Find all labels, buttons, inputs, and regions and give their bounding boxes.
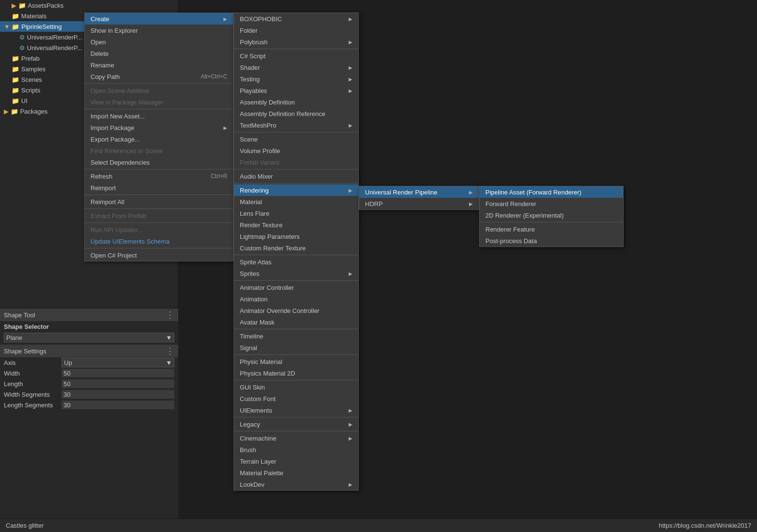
tree-item-label: PiprinleSetting — [21, 23, 62, 30]
menu-item-label: TextMeshPro — [240, 122, 276, 129]
create-menu-csharp-script[interactable]: C# Script — [234, 50, 358, 62]
create-menu-physic-material[interactable]: Physic Material — [234, 356, 358, 367]
length-segments-field: Length Segments 30 — [0, 400, 178, 410]
create-menu-rendering[interactable]: Rendering ▶ — [234, 184, 358, 196]
create-menu-scene[interactable]: Scene — [234, 133, 358, 145]
create-menu-signal[interactable]: Signal — [234, 342, 358, 353]
create-menu-uielements[interactable]: UIElements ▶ — [234, 404, 358, 416]
create-menu-animator-controller[interactable]: Animator Controller — [234, 282, 358, 293]
create-menu-material-palette[interactable]: Material Palette — [234, 467, 358, 479]
create-menu-assembly-definition-reference[interactable]: Assembly Definition Reference — [234, 108, 358, 119]
create-menu-animator-override[interactable]: Animator Override Controller — [234, 305, 358, 316]
menu-item-shortcut: Alt+Ctrl+C — [201, 73, 227, 80]
menu-item-reimport[interactable]: Reimport — [85, 182, 233, 194]
create-menu-animation[interactable]: Animation — [234, 293, 358, 305]
create-menu-custom-render-texture[interactable]: Custom Render Texture — [234, 242, 358, 254]
menu-item-label: Legacy — [240, 421, 260, 428]
tree-item-assetspacks[interactable]: ▶ 📁 AssetsPacks — [0, 0, 178, 11]
urp-menu-post-process-data[interactable]: Post-process Data — [480, 235, 623, 247]
menu-item-open-scene-additive: Open Scene Additive — [85, 85, 233, 96]
length-value[interactable]: 50 — [62, 379, 174, 388]
urp-menu-forward-renderer[interactable]: Forward Renderer — [480, 198, 623, 209]
create-menu-lightmap-parameters[interactable]: Lightmap Parameters — [234, 231, 358, 242]
tree-item-label: Scenes — [21, 76, 42, 83]
folder-icon: 📁 — [12, 55, 19, 62]
tree-item-label: UI — [21, 97, 27, 104]
create-menu-testing[interactable]: Testing ▶ — [234, 73, 358, 85]
submenu-arrow-icon: ▶ — [349, 188, 352, 193]
create-menu-custom-font[interactable]: Custom Font — [234, 393, 358, 404]
axis-dropdown[interactable]: Up ▼ — [62, 358, 174, 367]
menu-separator — [234, 49, 358, 49]
axis-value: Up — [64, 359, 72, 366]
menu-item-label: 2D Renderer (Experimental) — [485, 212, 564, 219]
menu-item-open[interactable]: Open — [85, 36, 233, 48]
menu-item-run-api-updater: Run API Updater... — [85, 224, 233, 235]
length-segments-label: Length Segments — [4, 402, 62, 409]
menu-item-refresh[interactable]: Refresh Ctrl+R — [85, 170, 233, 182]
width-value[interactable]: 50 — [62, 369, 174, 377]
width-segments-value[interactable]: 30 — [62, 390, 174, 399]
create-menu-material[interactable]: Material — [234, 196, 358, 208]
create-menu-legacy[interactable]: Legacy ▶ — [234, 418, 358, 430]
width-label: Width — [4, 370, 62, 377]
create-menu-prefab-variant: Prefab Variant — [234, 156, 358, 168]
submenu-arrow-icon: ▶ — [349, 408, 352, 413]
create-menu-terrain-layer[interactable]: Terrain Layer — [234, 455, 358, 467]
create-menu-assembly-definition[interactable]: Assembly Definition — [234, 96, 358, 108]
urp-menu-renderer-feature[interactable]: Renderer Feature — [480, 223, 623, 235]
menu-separator — [234, 431, 358, 431]
create-menu-audio-mixer[interactable]: Audio Mixer — [234, 170, 358, 182]
axis-arrow-icon: ▼ — [166, 359, 172, 366]
create-menu-lookdev[interactable]: LookDev ▶ — [234, 479, 358, 490]
menu-separator — [85, 195, 233, 195]
menu-item-copy-path[interactable]: Copy Path Alt+Ctrl+C — [85, 71, 233, 82]
menu-item-delete[interactable]: Delete — [85, 48, 233, 59]
create-menu-shader[interactable]: Shader ▶ — [234, 62, 358, 73]
create-menu-sprites[interactable]: Sprites ▶ — [234, 268, 358, 279]
shape-selector-dropdown[interactable]: Plane ▼ — [4, 333, 174, 342]
create-menu-brush[interactable]: Brush — [234, 444, 358, 455]
create-menu-lens-flare[interactable]: Lens Flare — [234, 208, 358, 219]
create-menu-textmeshpro[interactable]: TextMeshPro ▶ — [234, 119, 358, 131]
menu-item-import-package[interactable]: Import Package ▶ — [85, 122, 233, 133]
create-menu-polybrush[interactable]: Polybrush ▶ — [234, 36, 358, 48]
create-menu-folder[interactable]: Folder — [234, 25, 358, 36]
shape-tool-header: Shape Tool ⋮ — [0, 309, 178, 321]
create-menu-timeline[interactable]: Timeline — [234, 330, 358, 342]
create-menu-render-texture[interactable]: Render Texture — [234, 219, 358, 231]
rendering-menu-urp[interactable]: Universal Render Pipeline ▶ — [359, 186, 479, 198]
menu-item-label: Prefab Variant — [240, 159, 279, 166]
create-menu-boxophobic[interactable]: BOXOPHOBIC ▶ — [234, 13, 358, 25]
rendering-menu-hdrp[interactable]: HDRP ▶ — [359, 198, 479, 209]
create-menu-avatar-mask[interactable]: Avatar Mask — [234, 316, 358, 328]
length-segments-value[interactable]: 30 — [62, 401, 174, 409]
menu-item-show-explorer[interactable]: Show in Explorer — [85, 25, 233, 36]
shape-tool-menu-button[interactable]: ⋮ — [166, 310, 174, 320]
submenu-arrow-icon: ▶ — [469, 190, 473, 195]
menu-item-label: Open Scene Additive — [91, 87, 149, 94]
menu-item-create[interactable]: Create ▶ — [85, 13, 233, 25]
menu-separator — [234, 169, 358, 169]
create-menu-sprite-atlas[interactable]: Sprite Atlas — [234, 256, 358, 268]
menu-item-import-new-asset[interactable]: Import New Asset... — [85, 110, 233, 122]
urp-menu-pipeline-asset[interactable]: Pipeline Asset (Forward Renderer) — [480, 186, 623, 198]
submenu-arrow-icon: ▶ — [349, 436, 352, 441]
create-menu-physics-material-2d[interactable]: Physics Material 2D — [234, 367, 358, 379]
menu-item-label: Custom Render Texture — [240, 245, 306, 252]
urp-menu-2d-renderer[interactable]: 2D Renderer (Experimental) — [480, 209, 623, 221]
shape-settings-menu-button[interactable]: ⋮ — [166, 346, 174, 356]
menu-item-export-package[interactable]: Export Package... — [85, 133, 233, 145]
menu-item-label: Sprites — [240, 270, 259, 277]
status-bar-right-text: https://blog.csdn.net/Wrinkle2017 — [659, 522, 751, 529]
create-menu-playables[interactable]: Playables ▶ — [234, 85, 358, 96]
menu-item-label: Copy Path — [91, 73, 120, 80]
menu-item-update-uielements[interactable]: Update UIElements Schema — [85, 235, 233, 247]
create-menu-cinemachine[interactable]: Cinemachine ▶ — [234, 432, 358, 444]
menu-item-open-csharp[interactable]: Open C# Project — [85, 249, 233, 261]
menu-item-select-dependencies[interactable]: Select Dependencies — [85, 156, 233, 168]
create-menu-volume-profile[interactable]: Volume Profile — [234, 145, 358, 156]
create-menu-gui-skin[interactable]: GUI Skin — [234, 381, 358, 393]
menu-item-reimport-all[interactable]: Reimport All — [85, 196, 233, 208]
menu-item-rename[interactable]: Rename — [85, 59, 233, 71]
